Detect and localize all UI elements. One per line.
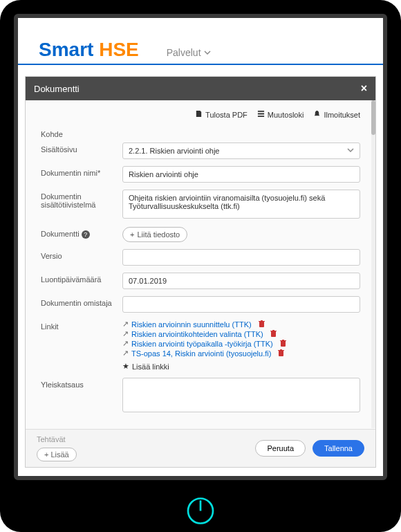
content-page-value: 2.2.1. Riskien arviointi ohje xyxy=(129,147,219,155)
external-link-icon: ↗ xyxy=(122,349,129,358)
screen: Smart HSE Palvelut Dokumentti × xyxy=(14,14,387,480)
link-text[interactable]: Riskien arviointi työpaikalla -työkirja … xyxy=(131,340,273,348)
label-owner: Dokumentin omistaja xyxy=(41,296,122,307)
star-icon: ★ xyxy=(122,362,129,371)
label-version: Versio xyxy=(41,249,122,260)
delete-link-icon[interactable] xyxy=(259,320,265,329)
footer-left: Tehtävät + Lisää xyxy=(37,435,77,461)
row-overview: Yleiskatsaus xyxy=(41,378,360,414)
link-text[interactable]: TS-opas 14, Riskin arviointi (tyosuojelu… xyxy=(131,349,271,358)
plus-icon: + xyxy=(44,450,48,459)
owner-input[interactable] xyxy=(122,296,360,313)
modal-body: Tulosta PDF Muutosloki Ilmoitukset Kohde xyxy=(26,100,375,429)
list-icon xyxy=(257,110,265,119)
chevron-down-icon xyxy=(347,147,354,155)
cancel-button[interactable]: Peruuta xyxy=(255,440,306,457)
bell-icon xyxy=(313,110,321,119)
modal-footer: Tehtävät + Lisää Peruuta Tallenna xyxy=(26,429,375,467)
notifications-label: Ilmoitukset xyxy=(324,111,360,119)
link-item: ↗ Riskien arviointikohteiden valinta (TT… xyxy=(122,329,360,338)
link-item: ↗ Riskien arvioinnin suunnittelu (TTK) xyxy=(122,320,360,329)
modal-toolbar: Tulosta PDF Muutosloki Ilmoitukset xyxy=(41,110,360,119)
modal-header: Dokumentti × xyxy=(26,77,375,100)
tasks-label: Tehtävät xyxy=(37,435,77,443)
tablet-frame: Smart HSE Palvelut Dokumentti × xyxy=(0,0,401,532)
row-created-date: Luontipäivämäärä xyxy=(41,273,360,289)
add-task-button[interactable]: + Lisää xyxy=(37,448,77,461)
add-link-label: Lisää linkki xyxy=(132,363,169,371)
changelog-label: Muutosloki xyxy=(268,111,304,119)
row-target: Kohde xyxy=(41,127,360,138)
label-document: Dokumentti ? xyxy=(41,227,122,239)
chevron-down-icon xyxy=(204,47,211,58)
version-input[interactable] xyxy=(122,249,360,266)
add-link-button[interactable]: ★ Lisää linkki xyxy=(122,362,360,371)
summary-textarea[interactable] xyxy=(122,190,360,219)
help-icon[interactable]: ? xyxy=(82,230,90,239)
external-link-icon: ↗ xyxy=(122,339,129,348)
row-content-page: Sisältösivu 2.2.1. Riskien arviointi ohj… xyxy=(41,143,360,159)
external-link-icon: ↗ xyxy=(122,320,129,329)
print-pdf-button[interactable]: Tulosta PDF xyxy=(195,110,248,119)
content-page-select[interactable]: 2.2.1. Riskien arviointi ohje xyxy=(122,143,360,159)
link-item: ↗ Riskien arviointi työpaikalla -työkirj… xyxy=(122,339,360,348)
logo-smart: Smart xyxy=(39,39,93,60)
power-button[interactable] xyxy=(185,495,216,526)
changelog-button[interactable]: Muutosloki xyxy=(257,110,304,119)
doc-name-input[interactable] xyxy=(122,166,360,183)
file-icon xyxy=(195,110,203,119)
attach-label: Liitä tiedosto xyxy=(137,230,180,239)
external-link-icon: ↗ xyxy=(122,329,129,338)
label-doc-name: Dokumentin nimi* xyxy=(41,166,122,177)
created-date-input[interactable] xyxy=(122,273,360,289)
logo: Smart HSE xyxy=(39,39,139,61)
scrollbar[interactable] xyxy=(371,100,375,428)
row-document: Dokumentti ? + Liitä tiedosto xyxy=(41,227,360,242)
overview-textarea[interactable] xyxy=(122,378,360,412)
delete-link-icon[interactable] xyxy=(270,330,277,338)
link-text[interactable]: Riskien arviointikohteiden valinta (TTK) xyxy=(131,330,263,338)
footer-right: Peruuta Tallenna xyxy=(255,440,364,457)
attach-file-button[interactable]: + Liitä tiedosto xyxy=(122,227,187,242)
delete-link-icon[interactable] xyxy=(280,340,286,348)
nav-label: Palvelut xyxy=(167,47,201,58)
label-overview: Yleiskatsaus xyxy=(41,378,122,389)
modal-wrap: Dokumentti × Tulosta PDF Muutosloki xyxy=(18,65,383,475)
label-summary: Dokumentin sisältötiivistelmä xyxy=(41,190,122,209)
nav-palvelut[interactable]: Palvelut xyxy=(167,47,211,61)
save-button[interactable]: Tallenna xyxy=(313,440,364,457)
label-links: Linkit xyxy=(41,320,122,331)
print-label: Tulosta PDF xyxy=(205,111,248,119)
row-owner: Dokumentin omistaja xyxy=(41,296,360,313)
row-doc-name: Dokumentin nimi* xyxy=(41,166,360,183)
logo-hse: HSE xyxy=(99,39,139,60)
notifications-button[interactable]: Ilmoitukset xyxy=(313,110,360,119)
modal: Dokumentti × Tulosta PDF Muutosloki xyxy=(25,76,376,468)
label-target: Kohde xyxy=(41,127,122,138)
delete-link-icon[interactable] xyxy=(278,349,284,358)
plus-icon: + xyxy=(130,230,134,239)
row-summary: Dokumentin sisältötiivistelmä xyxy=(41,190,360,220)
app-header: Smart HSE Palvelut xyxy=(18,18,383,65)
add-label: Lisää xyxy=(50,450,68,459)
link-text[interactable]: Riskien arvioinnin suunnittelu (TTK) xyxy=(131,320,252,329)
modal-title: Dokumentti xyxy=(34,84,80,94)
close-icon[interactable]: × xyxy=(361,82,367,95)
row-version: Versio xyxy=(41,249,360,266)
links-list: ↗ Riskien arvioinnin suunnittelu (TTK) ↗… xyxy=(122,320,360,371)
label-content-page: Sisältösivu xyxy=(41,143,122,154)
link-item: ↗ TS-opas 14, Riskin arviointi (tyosuoje… xyxy=(122,349,360,358)
label-created-date: Luontipäivämäärä xyxy=(41,273,122,284)
row-links: Linkit ↗ Riskien arvioinnin suunnittelu … xyxy=(41,320,360,371)
